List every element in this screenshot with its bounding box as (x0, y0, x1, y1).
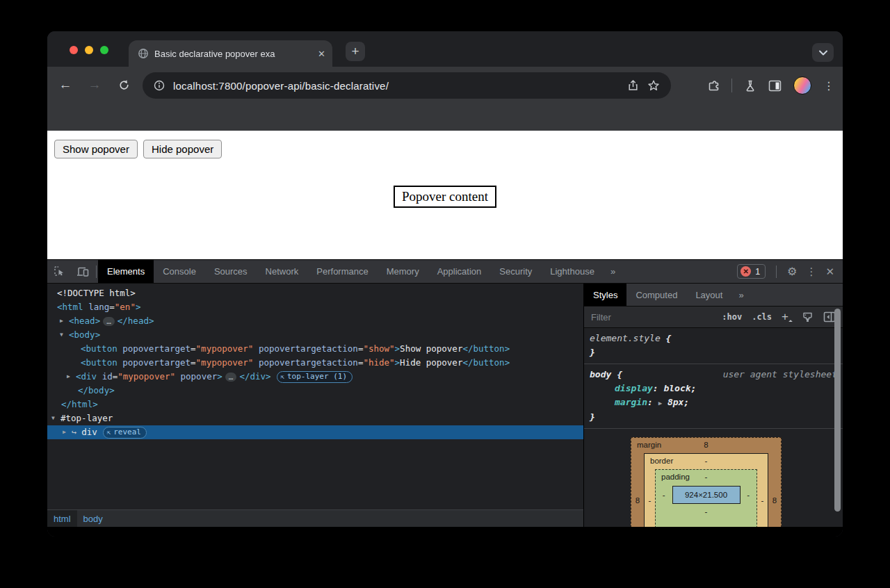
devtools-tab-application[interactable]: Application (428, 260, 491, 283)
dom-tree-line[interactable]: </body> (47, 384, 583, 398)
expand-closed-icon[interactable]: ▶ (67, 370, 76, 384)
margin-right-value[interactable]: 8 (768, 453, 781, 527)
dom-tree-line[interactable]: <button popovertarget="mypopover" popove… (47, 342, 583, 356)
devtools-tabs: ElementsConsoleSourcesNetworkPerformance… (98, 260, 604, 283)
hide-popover-button[interactable]: Hide popover (143, 140, 222, 158)
devtools-tab-elements[interactable]: Elements (98, 260, 154, 283)
pseudo-state-toggle[interactable]: :hov (722, 312, 742, 322)
styles-tab-computed[interactable]: Computed (626, 284, 686, 306)
devtools-tab-lighthouse[interactable]: Lighthouse (541, 260, 604, 283)
brush-icon[interactable] (802, 311, 814, 323)
padding-right-value[interactable]: - (741, 491, 757, 499)
class-toggle[interactable]: .cls (752, 312, 772, 322)
new-tab-button[interactable]: + (346, 42, 365, 61)
box-model-padding[interactable]: padding - - 924×21.500 - (655, 469, 757, 527)
dom-token-tag: <div (76, 370, 97, 384)
close-window-button[interactable] (70, 46, 78, 54)
dom-token-tag: </body> (78, 384, 115, 398)
dom-tree-line[interactable]: ▶<div id="mypopover" popover>…</div>⇱top… (47, 370, 583, 384)
box-model-border[interactable]: border - - padding - (644, 453, 768, 527)
box-model-margin[interactable]: margin 8 8 border - - (631, 437, 782, 527)
profile-avatar[interactable] (793, 76, 811, 95)
border-top-value[interactable]: - (705, 457, 708, 465)
padding-top-value[interactable]: - (705, 473, 708, 481)
tab-search-button[interactable] (812, 43, 834, 62)
border-left-value[interactable]: - (645, 469, 655, 527)
dom-token-val: "hide" (363, 356, 394, 370)
browser-toolbar: ← → localhost:7800/popover-api/basic-dec… (47, 67, 843, 131)
rule-origin: user agent stylesheet (723, 368, 837, 382)
dom-tree-line[interactable]: <!DOCTYPE html> (47, 286, 583, 300)
dom-token-tag: </div> (239, 370, 270, 384)
expand-open-icon[interactable]: ▼ (60, 328, 69, 342)
element-style-selector[interactable]: element.style (590, 333, 661, 343)
share-icon[interactable] (627, 79, 639, 92)
devtools-tab-performance[interactable]: Performance (307, 260, 377, 283)
css-property[interactable]: margin: ▶ 8px; (590, 395, 837, 410)
breadcrumb-body[interactable]: body (77, 510, 109, 527)
box-model-content[interactable]: 924×21.500 (672, 486, 741, 504)
new-style-rule-button[interactable]: + (782, 310, 792, 324)
inspect-element-button[interactable] (47, 260, 71, 283)
dom-badge-reveal[interactable]: ⇱reveal (103, 427, 147, 439)
element-style-rule[interactable]: element.style { } (584, 328, 843, 364)
devtools-tab-memory[interactable]: Memory (378, 260, 428, 283)
collapsed-children-icon[interactable]: … (225, 373, 237, 382)
styles-filter-input[interactable]: Filter (591, 312, 712, 322)
margin-left-value[interactable]: 8 (631, 453, 644, 527)
breadcrumb-html[interactable]: html (47, 510, 77, 527)
dom-tree-line[interactable]: <html lang="en"> (47, 300, 583, 314)
body-selector[interactable]: body (590, 369, 611, 379)
devtools-close-icon[interactable]: ✕ (825, 266, 834, 278)
dom-tree-line[interactable]: ▶↪div⇱reveal (47, 425, 583, 439)
css-property[interactable]: display: block; (590, 382, 837, 395)
dom-tree-line[interactable]: ▼<body> (47, 328, 583, 342)
zoom-window-button[interactable] (100, 46, 108, 54)
dom-token-attr: popover (175, 370, 217, 384)
devtools-menu-icon[interactable]: ⋮ (806, 266, 816, 278)
browser-tab[interactable]: Basic declarative popover exa ✕ (129, 40, 332, 67)
styles-tab-layout[interactable]: Layout (686, 284, 731, 306)
dom-tree-line[interactable]: </html> (47, 398, 583, 411)
dom-tree-line[interactable]: ▼#top-layer (47, 411, 583, 425)
devtools-tab-security[interactable]: Security (490, 260, 541, 283)
dom-token-attr: popovertargetaction (253, 356, 358, 370)
margin-top-value[interactable]: 8 (704, 441, 708, 449)
styles-more-tabs-icon[interactable]: » (731, 284, 750, 306)
dom-token-plain: = (358, 356, 364, 370)
console-error-badge[interactable]: ✕ 1 (737, 264, 766, 279)
border-right-value[interactable]: - (757, 469, 768, 527)
collapsed-children-icon[interactable]: … (103, 317, 115, 326)
styles-tab-styles[interactable]: Styles (584, 284, 626, 306)
extensions-icon[interactable] (706, 79, 720, 92)
reload-button[interactable] (114, 75, 134, 95)
more-tabs-icon[interactable]: » (604, 260, 622, 283)
devtools-tab-console[interactable]: Console (154, 260, 205, 283)
expand-open-icon[interactable]: ▼ (51, 411, 60, 425)
expand-closed-icon[interactable]: ▶ (60, 314, 69, 328)
site-info-icon[interactable] (154, 80, 165, 91)
back-button[interactable]: ← (56, 75, 75, 95)
address-bar[interactable]: localhost:7800/popover-api/basic-declara… (143, 72, 671, 99)
dom-badge-top-layer[interactable]: ⇱top-layer (1) (277, 371, 353, 383)
devtools-settings-icon[interactable]: ⚙ (787, 265, 797, 278)
experiments-flask-icon[interactable] (744, 79, 756, 92)
browser-menu-icon[interactable]: ⋮ (823, 79, 834, 92)
url-text[interactable]: localhost:7800/popover-api/basic-declara… (173, 80, 619, 92)
padding-bottom-value[interactable]: - (705, 507, 708, 516)
styles-scrollbar[interactable] (834, 309, 841, 512)
tab-close-icon[interactable]: ✕ (318, 49, 325, 59)
devtools-tab-network[interactable]: Network (257, 260, 308, 283)
device-toolbar-button[interactable] (71, 260, 95, 283)
show-popover-button[interactable]: Show popover (54, 140, 138, 158)
forward-button[interactable]: → (85, 75, 104, 95)
devtools-tab-sources[interactable]: Sources (205, 260, 257, 283)
expand-closed-icon[interactable]: ▶ (63, 425, 72, 439)
dom-tree-line[interactable]: ▶<head>…</head> (47, 314, 583, 328)
bookmark-star-icon[interactable] (647, 79, 660, 92)
minimize-window-button[interactable] (85, 46, 93, 54)
body-rule[interactable]: user agent stylesheet body { display: bl… (584, 364, 843, 429)
padding-left-value[interactable]: - (656, 491, 672, 499)
side-panel-icon[interactable] (768, 80, 782, 92)
dom-tree-line[interactable]: <button popovertarget="mypopover" popove… (47, 356, 583, 370)
